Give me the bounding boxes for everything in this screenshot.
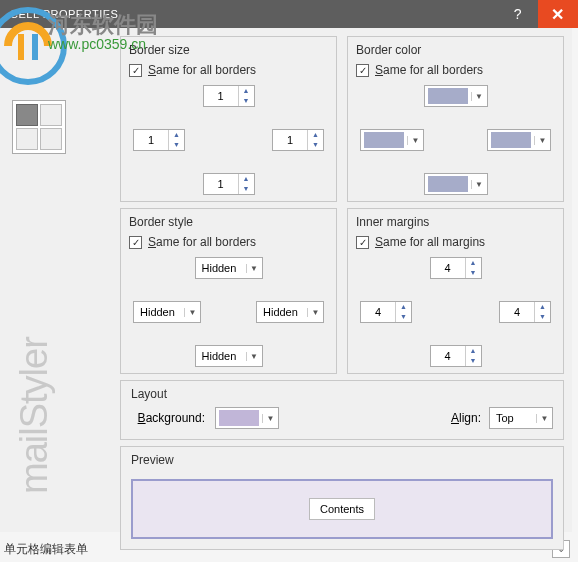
margin-left-input[interactable]: ▲▼	[360, 301, 412, 323]
border-color-panel: Border color ✓ Same for all borders ▼ ▼ …	[347, 36, 564, 202]
margin-right-input[interactable]: ▲▼	[499, 301, 551, 323]
spin-up-icon[interactable]: ▲	[239, 86, 254, 96]
margin-bottom-input[interactable]: ▲▼	[430, 345, 482, 367]
border-style-left-combo[interactable]: Hidden▼	[133, 301, 201, 323]
border-style-title: Border style	[129, 215, 328, 229]
border-size-right-input[interactable]: ▲▼	[272, 129, 324, 151]
color-swatch	[428, 88, 468, 104]
cell-picker-cell-2[interactable]	[40, 104, 62, 126]
chevron-down-icon: ▼	[246, 264, 262, 273]
preview-panel: Preview Contents	[120, 446, 564, 550]
margin-top-input[interactable]: ▲▼	[430, 257, 482, 279]
spin-down-icon[interactable]: ▼	[239, 96, 254, 106]
close-icon: ✕	[551, 5, 565, 24]
border-color-same-label: Same for all borders	[375, 63, 483, 77]
cell-selector-sidebar	[8, 60, 118, 154]
border-style-bottom-combo[interactable]: Hidden▼	[195, 345, 263, 367]
cell-picker-cell-1[interactable]	[16, 104, 38, 126]
footer-text: 单元格编辑表单	[4, 541, 88, 558]
border-style-same-label: Same for all borders	[148, 235, 256, 249]
cell-picker-cell-4[interactable]	[40, 128, 62, 150]
chevron-down-icon: ▼	[471, 92, 487, 101]
align-combo[interactable]: Top▼	[489, 407, 553, 429]
border-size-same-label: Same for all borders	[148, 63, 256, 77]
preview-box: Contents	[131, 479, 553, 539]
help-button[interactable]: ?	[498, 0, 538, 28]
chevron-down-icon: ▼	[262, 414, 278, 423]
cell-picker-cell-3[interactable]	[16, 128, 38, 150]
align-label: Align:	[451, 411, 481, 425]
cell-picker[interactable]	[12, 100, 66, 154]
close-button[interactable]: ✕	[538, 0, 578, 28]
border-size-left-input[interactable]: ▲▼	[133, 129, 185, 151]
preview-title: Preview	[131, 453, 553, 467]
border-color-same-checkbox[interactable]: ✓	[356, 64, 369, 77]
inner-margins-title: Inner margins	[356, 215, 555, 229]
border-size-top-input[interactable]: ▲▼	[203, 85, 255, 107]
border-color-title: Border color	[356, 43, 555, 57]
window-title: CELL PROPERTIES	[10, 8, 118, 20]
border-size-title: Border size	[129, 43, 328, 57]
background-color-picker[interactable]: ▼	[215, 407, 279, 429]
watermark-side-text: mailStyler	[13, 337, 56, 494]
inner-margins-same-checkbox[interactable]: ✓	[356, 236, 369, 249]
border-size-same-checkbox[interactable]: ✓	[129, 64, 142, 77]
background-label: Background:	[131, 411, 205, 425]
border-color-left-picker[interactable]: ▼	[360, 129, 424, 151]
border-style-right-combo[interactable]: Hidden▼	[256, 301, 324, 323]
border-style-top-combo[interactable]: Hidden▼	[195, 257, 263, 279]
inner-margins-same-label: Same for all margins	[375, 235, 485, 249]
border-color-right-picker[interactable]: ▼	[487, 129, 551, 151]
preview-contents-cell: Contents	[309, 498, 375, 520]
layout-panel: Layout Background: ▼ Align: Top▼	[120, 380, 564, 440]
border-color-top-picker[interactable]: ▼	[424, 85, 488, 107]
border-size-panel: Border size ✓ Same for all borders ▲▼ ▲▼…	[120, 36, 337, 202]
border-size-bottom-input[interactable]: ▲▼	[203, 173, 255, 195]
inner-margins-panel: Inner margins ✓ Same for all margins ▲▼ …	[347, 208, 564, 374]
border-style-panel: Border style ✓ Same for all borders Hidd…	[120, 208, 337, 374]
border-style-same-checkbox[interactable]: ✓	[129, 236, 142, 249]
border-color-bottom-picker[interactable]: ▼	[424, 173, 488, 195]
layout-title: Layout	[131, 387, 553, 401]
color-swatch	[219, 410, 259, 426]
titlebar: CELL PROPERTIES ? ✕	[0, 0, 578, 28]
chevron-down-icon: ▼	[536, 414, 552, 423]
